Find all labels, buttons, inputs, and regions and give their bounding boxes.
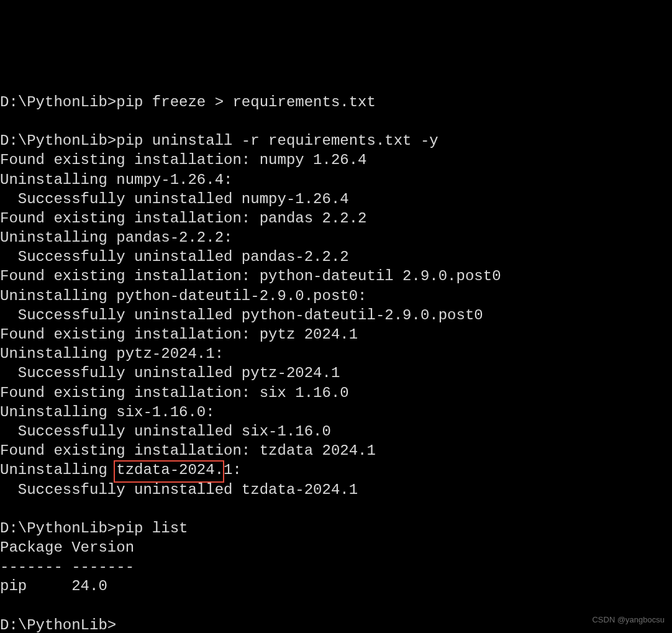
output-line: Uninstalling pandas-2.2.2: <box>0 229 232 246</box>
output-line: Uninstalling python-dateutil-2.9.0.post0… <box>0 288 367 304</box>
output-line: Uninstalling numpy-1.26.4: <box>0 171 232 188</box>
output-line: Uninstalling tzdata-2024.1: <box>0 462 242 478</box>
list-header: Package Version <box>0 539 134 556</box>
watermark: CSDN @yangbocsu <box>592 615 665 626</box>
output-line: Found existing installation: tzdata 2024… <box>0 442 376 459</box>
output-line: Found existing installation: six 1.16.0 <box>0 385 349 401</box>
command-freeze: pip freeze > requirements.txt <box>116 94 376 111</box>
output-line: Successfully uninstalled python-dateutil… <box>0 307 483 324</box>
output-line: Successfully uninstalled six-1.16.0 <box>0 423 331 440</box>
prompt: D:\PythonLib> <box>0 617 116 633</box>
prompt: D:\PythonLib> <box>0 520 116 537</box>
output-line: Found existing installation: numpy 1.26.… <box>0 152 367 168</box>
prompt: D:\PythonLib> <box>0 132 116 149</box>
output-line: Found existing installation: python-date… <box>0 268 501 285</box>
command-list: pip list <box>116 520 188 537</box>
output-line: Successfully uninstalled pytz-2024.1 <box>0 365 340 381</box>
list-divider: ------- ------- <box>0 558 134 575</box>
terminal-output[interactable]: D:\PythonLib>pip freeze > requirements.t… <box>0 78 672 633</box>
output-line: Uninstalling pytz-2024.1: <box>0 345 224 362</box>
command-uninstall: pip uninstall -r requirements.txt -y <box>116 132 438 149</box>
output-line: Found existing installation: pandas 2.2.… <box>0 210 367 227</box>
output-line: Uninstalling six-1.16.0: <box>0 404 215 421</box>
list-row: pip 24.0 <box>0 578 107 594</box>
output-line: Successfully uninstalled tzdata-2024.1 <box>0 481 358 498</box>
output-line: Successfully uninstalled numpy-1.26.4 <box>0 191 349 207</box>
prompt: D:\PythonLib> <box>0 94 116 111</box>
output-line: Successfully uninstalled pandas-2.2.2 <box>0 248 349 265</box>
output-line: Found existing installation: pytz 2024.1 <box>0 326 358 343</box>
